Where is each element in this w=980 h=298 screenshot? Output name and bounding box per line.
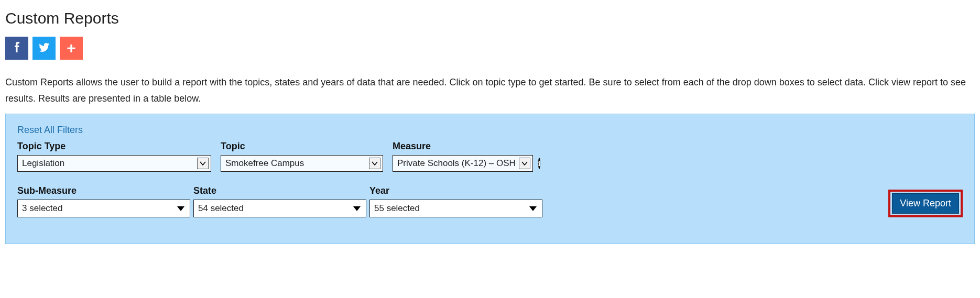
filter-group-measure: Measure Private Schools (K-12) – OSH i xyxy=(393,141,540,172)
sub-measure-select[interactable]: 3 selected xyxy=(17,200,190,217)
year-select[interactable]: 55 selected xyxy=(369,200,542,217)
topic-value: Smokefree Campus xyxy=(225,158,366,169)
facebook-icon xyxy=(10,41,23,56)
sub-measure-value: 3 selected xyxy=(22,203,177,214)
measure-label: Measure xyxy=(393,141,540,152)
share-row: + xyxy=(5,37,975,60)
info-icon[interactable]: i xyxy=(538,158,540,169)
caret-down-icon xyxy=(177,206,184,211)
filter-group-state: State 54 selected xyxy=(193,185,366,217)
chevron-down-icon xyxy=(197,158,209,169)
sub-measure-label: Sub-Measure xyxy=(17,185,190,196)
caret-down-icon xyxy=(353,206,361,211)
chevron-down-icon xyxy=(519,158,530,169)
twitter-icon xyxy=(38,41,50,56)
topic-type-label: Topic Type xyxy=(17,141,211,152)
share-more-button[interactable]: + xyxy=(60,37,83,60)
page-title: Custom Reports xyxy=(5,9,975,27)
facebook-share-button[interactable] xyxy=(5,37,28,60)
caret-down-icon xyxy=(529,206,537,211)
topic-label: Topic xyxy=(221,141,383,152)
measure-select[interactable]: Private Schools (K-12) – OSH xyxy=(393,155,533,172)
topic-select[interactable]: Smokefree Campus xyxy=(221,155,383,172)
intro-text: Custom Reports allows the user to build … xyxy=(5,74,975,106)
filter-group-year: Year 55 selected xyxy=(369,185,542,217)
filters-row-2: Sub-Measure 3 selected State 54 selected… xyxy=(17,185,963,217)
chevron-down-icon xyxy=(369,158,380,169)
filter-group-topic: Topic Smokefree Campus xyxy=(221,141,383,172)
state-select[interactable]: 54 selected xyxy=(193,200,366,217)
topic-type-value: Legislation xyxy=(22,158,194,169)
filters-row-1: Topic Type Legislation Topic Smokefree C… xyxy=(17,141,963,172)
year-value: 55 selected xyxy=(374,203,529,214)
view-report-button[interactable]: View Report xyxy=(892,193,959,214)
reset-all-filters-link[interactable]: Reset All Filters xyxy=(17,125,83,136)
filter-group-sub-measure: Sub-Measure 3 selected xyxy=(17,185,190,217)
plus-icon: + xyxy=(67,40,76,56)
year-label: Year xyxy=(369,185,542,196)
filter-group-topic-type: Topic Type Legislation xyxy=(17,141,211,172)
view-report-highlight: View Report xyxy=(888,190,963,217)
state-label: State xyxy=(193,185,366,196)
filter-panel: Reset All Filters Topic Type Legislation… xyxy=(5,114,975,244)
topic-type-select[interactable]: Legislation xyxy=(17,155,211,172)
state-value: 54 selected xyxy=(198,203,353,214)
measure-value: Private Schools (K-12) – OSH xyxy=(397,158,516,169)
twitter-share-button[interactable] xyxy=(32,37,56,60)
